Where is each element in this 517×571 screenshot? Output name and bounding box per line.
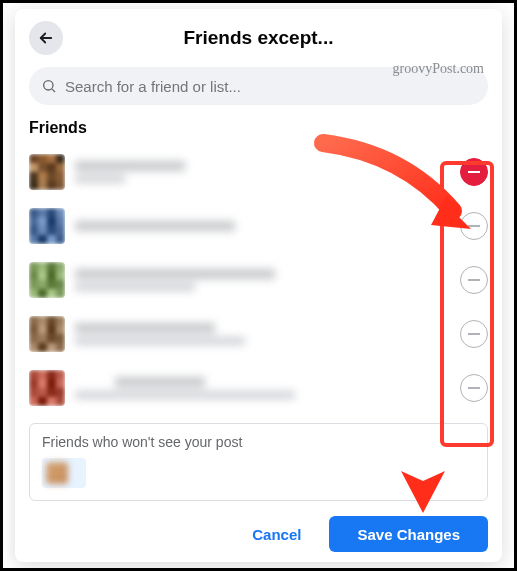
minus-icon (468, 387, 480, 389)
svg-line-2 (52, 89, 55, 92)
modal-header: Friends except... (15, 9, 502, 67)
friend-row (29, 145, 488, 199)
avatar (29, 154, 65, 190)
friends-list (15, 145, 502, 415)
exclude-toggle[interactable] (460, 374, 488, 402)
modal-title: Friends except... (15, 27, 502, 49)
friend-row (29, 361, 488, 415)
friend-name (75, 323, 450, 345)
exclude-toggle[interactable] (460, 320, 488, 348)
minus-icon (468, 333, 480, 335)
friend-name (75, 377, 450, 399)
minus-icon (468, 225, 480, 227)
friend-row (29, 199, 488, 253)
modal-footer: Cancel Save Changes (230, 516, 488, 552)
friend-name (75, 161, 450, 183)
exclude-toggle[interactable] (460, 266, 488, 294)
excluded-label: Friends who won't see your post (42, 434, 475, 450)
search-icon (41, 78, 57, 94)
avatar (29, 262, 65, 298)
friends-heading: Friends (15, 105, 502, 145)
excluded-friends-box: Friends who won't see your post (29, 423, 488, 501)
avatar (46, 462, 68, 484)
minus-icon (468, 171, 480, 173)
excluded-chip[interactable] (42, 458, 86, 488)
save-changes-button[interactable]: Save Changes (329, 516, 488, 552)
arrow-left-icon (37, 29, 55, 47)
back-button[interactable] (29, 21, 63, 55)
minus-icon (468, 279, 480, 281)
friends-except-modal: Friends except... groovyPost.com Friends (15, 9, 502, 562)
friend-row (29, 307, 488, 361)
exclude-toggle[interactable] (460, 212, 488, 240)
svg-point-1 (44, 81, 53, 90)
cancel-button[interactable]: Cancel (230, 516, 323, 552)
avatar (29, 316, 65, 352)
friend-row (29, 253, 488, 307)
search-input[interactable] (65, 78, 476, 95)
watermark: groovyPost.com (393, 61, 484, 77)
avatar (29, 370, 65, 406)
exclude-toggle[interactable] (460, 158, 488, 186)
friend-name (75, 221, 450, 231)
avatar (29, 208, 65, 244)
friend-name (75, 269, 450, 291)
